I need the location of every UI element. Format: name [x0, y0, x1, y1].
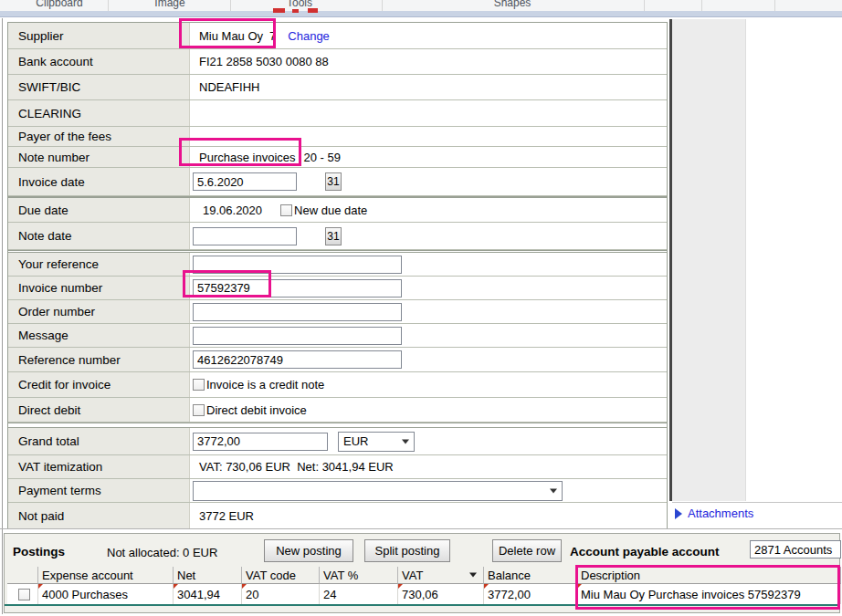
- payer-of-fees-row: Payer of the fees: [8, 127, 667, 147]
- cell-marker: [484, 584, 489, 589]
- note-number-label: Note number: [8, 147, 190, 167]
- net-cell[interactable]: 3041,94: [174, 584, 242, 604]
- invoice-date-row: Invoice date 31: [8, 168, 667, 196]
- not-allocated-status: Not allocated: 0 EUR: [107, 546, 217, 559]
- bank-account-value: FI21 2858 5030 0080 88: [193, 55, 329, 68]
- invoice-number-input[interactable]: [193, 279, 402, 298]
- chevron-down-icon[interactable]: [469, 573, 477, 578]
- direct-debit-row: Direct debit Direct debit invoice: [8, 398, 667, 423]
- ribbon-separator: [644, 0, 645, 11]
- ribbon-separator: [701, 0, 702, 11]
- currency-select[interactable]: EUR: [338, 432, 415, 452]
- note-date-calendar-button[interactable]: 31: [325, 227, 342, 245]
- ribbon-group-clipboard: Clipboard: [36, 0, 82, 9]
- message-label: Message: [8, 324, 190, 347]
- message-row: Message: [8, 324, 667, 348]
- vat-percent-cell[interactable]: 24: [320, 584, 398, 604]
- note-number-range: 20 - 59: [304, 151, 341, 164]
- message-input[interactable]: [193, 327, 402, 345]
- your-reference-row: Your reference: [8, 253, 667, 277]
- change-supplier-link[interactable]: Change: [288, 29, 330, 43]
- row-select-cell: [7, 584, 38, 604]
- posting-table-row[interactable]: 4000 Purchases 3041,94 20 24 730,06 3772…: [7, 584, 839, 604]
- reference-number-input[interactable]: [193, 350, 402, 369]
- select-column-header: [7, 567, 38, 584]
- payment-terms-row: Payment terms: [8, 479, 667, 503]
- row-select-checkbox[interactable]: [18, 589, 30, 600]
- balance-cell[interactable]: 3772,00: [484, 584, 577, 604]
- supplier-row: Supplier Miu Mau Oy 7 Change: [8, 23, 667, 49]
- credit-for-invoice-row: Credit for invoice Invoice is a credit n…: [8, 372, 667, 398]
- payment-terms-select[interactable]: [193, 481, 563, 501]
- payer-of-fees-label: Payer of the fees: [8, 127, 190, 146]
- note-date-row: Note date 31: [8, 223, 667, 250]
- direct-debit-checkbox[interactable]: [193, 404, 205, 416]
- panel-splitter[interactable]: [669, 19, 672, 501]
- swift-bic-row: SWIFT/BIC NDEAFIHH: [8, 75, 667, 100]
- red-annotation-fragment: [292, 9, 299, 13]
- not-paid-label: Not paid: [8, 503, 190, 528]
- bank-account-row: Bank account FI21 2858 5030 0080 88: [8, 49, 667, 75]
- bank-account-label: Bank account: [8, 49, 190, 74]
- vat-code-cell[interactable]: 20: [242, 584, 320, 604]
- not-paid-row: Not paid 3772 EUR: [8, 503, 667, 528]
- direct-debit-checkbox-label: Direct debit invoice: [206, 403, 307, 417]
- column-header-expense-account: Expense account: [38, 567, 174, 584]
- order-number-row: Order number: [8, 300, 667, 324]
- account-payable-input[interactable]: [750, 540, 841, 559]
- ribbon-group-shapes: Shapes: [494, 0, 532, 9]
- cell-marker: [577, 584, 582, 589]
- new-posting-button[interactable]: New posting: [264, 539, 353, 562]
- credit-for-invoice-label: Credit for invoice: [8, 372, 190, 397]
- chevron-down-icon: [550, 488, 557, 493]
- your-reference-input[interactable]: [193, 256, 402, 274]
- currency-selected-value: EUR: [339, 434, 368, 448]
- vat-itemization-label: VAT itemization: [8, 455, 190, 478]
- window-left-border: [2, 18, 3, 614]
- description-cell[interactable]: Miu Mau Oy Purchase invoices 57592379: [577, 584, 841, 604]
- note-date-input[interactable]: [193, 227, 297, 245]
- vat-itemization-value: VAT: 730,06 EUR Net: 3041,94 EUR: [193, 460, 394, 474]
- order-number-label: Order number: [8, 300, 190, 323]
- note-number-row: Note number Purchase invoices 20 - 59: [8, 147, 667, 168]
- your-reference-label: Your reference: [8, 253, 190, 276]
- cell-marker: [174, 584, 178, 589]
- credit-note-checkbox[interactable]: [193, 379, 205, 391]
- expense-account-cell[interactable]: 4000 Purchases: [38, 584, 174, 604]
- invoice-date-calendar-button[interactable]: 31: [325, 172, 342, 191]
- column-header-vat[interactable]: VAT: [398, 567, 484, 584]
- postings-table-header: Expense account Net VAT code VAT % VAT B…: [7, 567, 839, 584]
- vat-itemization-row: VAT itemization VAT: 730,06 EUR Net: 304…: [8, 455, 667, 479]
- red-annotation-fragment: [273, 8, 285, 13]
- new-due-date-checkbox[interactable]: [280, 204, 292, 216]
- payment-terms-label: Payment terms: [8, 479, 190, 502]
- postings-table: Expense account Net VAT code VAT % VAT B…: [5, 567, 839, 604]
- credit-note-checkbox-label: Invoice is a credit note: [206, 378, 324, 392]
- reference-number-label: Reference number: [8, 348, 190, 371]
- cell-marker: [38, 584, 43, 589]
- ribbon-group-image: Image: [154, 0, 184, 9]
- grand-total-input[interactable]: [193, 433, 328, 451]
- supplier-value-suffix: 7: [269, 29, 276, 43]
- swift-bic-value: NDEAFIHH: [193, 80, 259, 94]
- delete-row-button[interactable]: Delete row: [492, 539, 562, 562]
- invoice-date-input[interactable]: [193, 172, 297, 191]
- column-header-description: Description: [577, 567, 841, 584]
- vat-cell[interactable]: 730,06: [398, 584, 484, 604]
- split-posting-button[interactable]: Split posting: [364, 539, 450, 562]
- ribbon-separator: [774, 0, 775, 11]
- cell-marker: [398, 584, 403, 589]
- due-date-label: Due date: [8, 198, 190, 222]
- invoice-form: Supplier Miu Mau Oy 7 Change Bank accoun…: [7, 22, 668, 528]
- order-number-input[interactable]: [193, 303, 402, 321]
- due-date-row: Due date 19.06.2020 New due date: [8, 198, 667, 223]
- attachments-link-label: Attachments: [688, 506, 753, 520]
- postings-title: Postings: [13, 545, 65, 559]
- divider-line: [0, 528, 842, 529]
- note-number-value: Purchase invoices: [193, 151, 296, 164]
- ribbon-bottom-bar: [0, 11, 842, 17]
- expand-triangle-icon: [675, 508, 682, 519]
- attachments-link[interactable]: Attachments: [675, 506, 753, 520]
- note-date-label: Note date: [8, 223, 190, 249]
- clearing-row: CLEARING: [8, 100, 667, 127]
